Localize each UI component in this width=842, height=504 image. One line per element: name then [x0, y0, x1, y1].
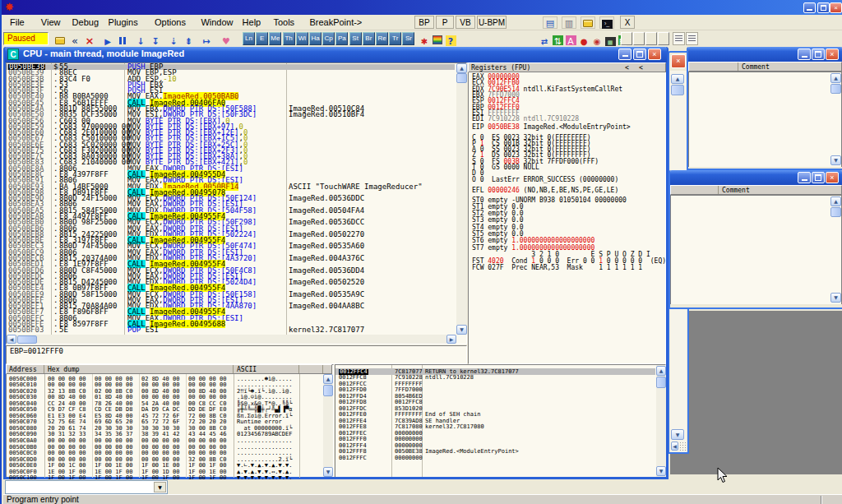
cpu-titlebar[interactable]: CCPU - main thread, module ImageRed× [5, 47, 667, 62]
maximize-button[interactable] [812, 49, 825, 60]
scroll-up-icon[interactable]: ▲ [671, 74, 684, 84]
toolbar-blank-button[interactable] [621, 32, 632, 45]
close-icon[interactable]: × [671, 54, 686, 68]
menu-item-debug[interactable]: Debug [67, 15, 104, 30]
scroll-left-icon[interactable]: ◀ [671, 442, 678, 451]
toolbar-letter-st[interactable]: St [349, 32, 362, 45]
record-icon[interactable]: ● [577, 32, 590, 45]
minimize-button[interactable] [798, 172, 811, 183]
play-icon[interactable]: ▶ [101, 32, 114, 45]
scroll-thumb[interactable] [656, 377, 666, 388]
minimize-button[interactable] [618, 49, 632, 60]
toolbar-letter-wi[interactable]: Wi [296, 32, 308, 45]
scroll-arrow[interactable]: ▲ [830, 197, 841, 206]
options-gear-icon[interactable]: ✱ [418, 32, 431, 45]
menu-item-options[interactable]: Options [150, 15, 191, 30]
scroll-down-icon[interactable]: ▼ [656, 466, 666, 476]
scroll-left-icon[interactable]: ◀ [7, 335, 16, 344]
scroll-right-icon[interactable]: ▶ [446, 335, 456, 344]
column-header-comment[interactable]: Comment [739, 62, 842, 71]
column-header-blank[interactable] [300, 365, 323, 373]
column-header-blank[interactable] [671, 186, 719, 194]
combobox-dropdown-icon[interactable]: ▼ [154, 482, 166, 492]
notes-icon[interactable]: ▥ [562, 16, 576, 29]
column-header-ascii[interactable]: ASCII [234, 365, 299, 373]
toolbar-blank-button[interactable] [645, 32, 657, 45]
appearance-icon[interactable] [431, 32, 444, 45]
step-over-icon[interactable]: ↧ [149, 32, 162, 45]
registers-pane[interactable]: Registers (FPU)<<EAX 00000000ECX 0012FFB… [468, 62, 666, 364]
open-icon[interactable] [53, 32, 67, 45]
spiral-icon[interactable]: ◉ [590, 32, 604, 45]
maximize-button[interactable] [812, 172, 825, 183]
column-header-address[interactable]: Address [7, 365, 44, 373]
scroll-thumb[interactable] [671, 85, 684, 95]
menu-button-p[interactable]: P [436, 16, 454, 29]
scroll-arrow[interactable]: ▲ [830, 73, 841, 83]
menu-close-button[interactable]: X [620, 16, 635, 29]
minimize-button[interactable] [798, 49, 811, 60]
toolbar-letter-sr[interactable]: Sr [402, 32, 414, 45]
trace-over-icon[interactable]: ⇟ [182, 32, 195, 45]
dump-pane[interactable]: AddressHex dumpASCII0050C00000 00 00 000… [6, 364, 334, 477]
help-icon[interactable]: ? [444, 32, 457, 45]
command-combobox[interactable]: ▼ [5, 480, 168, 494]
stack-pane[interactable]: 0012FFC47C817077RETURN to kernel32.7C817… [335, 364, 666, 477]
scroll-thumb[interactable] [830, 207, 841, 217]
toolbar-letter-br[interactable]: Br [363, 32, 375, 45]
window-list-button[interactable] [673, 32, 685, 45]
toolbar-letter-tr[interactable]: Tr [389, 32, 401, 45]
column-header-comment[interactable]: Comment [719, 186, 842, 194]
close-button[interactable]: × [830, 2, 842, 13]
hit-trace-icon[interactable]: ♥ [220, 32, 233, 45]
scroll-thumb[interactable] [17, 335, 37, 344]
disasm-row[interactable]: 0050BE3E.53PUSH EBX [7, 82, 455, 88]
menu-item-file[interactable]: File [5, 15, 30, 30]
scroll-down-icon[interactable]: ▼ [323, 467, 333, 477]
window-list-button[interactable] [686, 32, 698, 45]
menu-item-tools[interactable]: Tools [268, 15, 299, 30]
step-out-icon[interactable]: ↦ [200, 32, 213, 45]
menu-item-breakpoint[interactable]: BreakPoint-> [304, 15, 367, 30]
close-button[interactable]: × [648, 49, 661, 60]
column-header-hexdump[interactable]: Hex dump [45, 365, 234, 373]
scroll-thumb[interactable] [323, 385, 333, 396]
window-titlebar[interactable]: × [688, 47, 842, 62]
menu-button-vb[interactable]: VB [456, 16, 475, 29]
disasm-row[interactable]: 0050BF03.5EPOP ESIkernel32.7C817077 [7, 327, 455, 333]
folder-icon[interactable] [581, 16, 595, 29]
step-into-icon[interactable]: ↓ [134, 32, 147, 45]
toolbar-letter-cp[interactable]: Cp [322, 32, 335, 45]
menu-item-plugins[interactable]: Plugins [104, 15, 143, 30]
toolbar-letter-th[interactable]: Th [283, 32, 295, 45]
toolbar-blank-button[interactable] [633, 32, 645, 45]
scrollbar-track[interactable] [456, 63, 467, 335]
console-icon[interactable]: ›_ [599, 16, 614, 29]
scroll-up-icon[interactable]: ▲ [323, 374, 333, 384]
trace-into-icon[interactable]: ⇣ [167, 32, 180, 45]
column-header-blank[interactable] [689, 62, 738, 71]
swap-icon[interactable]: ⇄ [538, 32, 551, 45]
resize-grip[interactable] [679, 442, 687, 451]
window-titlebar[interactable]: × [670, 170, 842, 185]
toolbar-letter-ln[interactable]: Ln [243, 32, 255, 45]
disasm-row[interactable]: 0050BEFE.E8 8597F8FFCALL ImageRed.004956… [7, 321, 455, 327]
scroll-arrow[interactable]: ▲ [456, 63, 467, 73]
a-icon[interactable]: A [564, 32, 577, 45]
keyboard-icon[interactable]: ▦ [604, 32, 617, 45]
menu-button-bp[interactable]: BP [414, 16, 434, 29]
maximize-button[interactable] [633, 49, 646, 60]
toolbar-letter-ha[interactable]: Ha [309, 32, 322, 45]
menu-item-help[interactable]: Help [238, 15, 266, 30]
restart-icon[interactable]: « [68, 32, 81, 45]
disasm-row[interactable]: 0050BE3B.83C4 F0ADD ESP,-10 [7, 76, 455, 82]
toolbar-letter-re[interactable]: Re [376, 32, 388, 45]
toolbar-letter-e[interactable]: E [256, 32, 268, 45]
pause-icon[interactable] [116, 32, 129, 45]
scroll-arrow[interactable]: ▼ [830, 293, 841, 303]
maximize-button[interactable] [817, 2, 830, 13]
toolbar-letter-me[interactable]: Me [269, 32, 281, 45]
scroll-arrow[interactable]: ▼ [456, 325, 467, 335]
close-button[interactable]: × [826, 49, 839, 60]
page-icon[interactable]: ▤ [543, 16, 557, 29]
